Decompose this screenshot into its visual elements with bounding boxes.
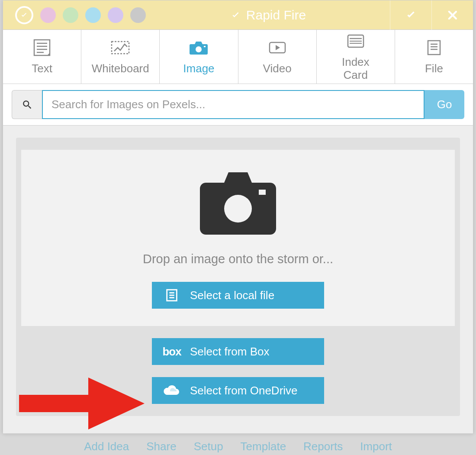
dropzone[interactable]: Drop an image onto the storm or... Selec… — [16, 138, 460, 416]
whiteboard-icon — [110, 38, 131, 57]
svg-rect-18 — [259, 190, 266, 195]
tab-label: File — [425, 62, 443, 75]
tab-image[interactable]: Image — [160, 30, 238, 84]
color-palette — [3, 6, 146, 24]
search-go-button[interactable]: Go — [425, 90, 464, 119]
color-blue[interactable] — [85, 7, 101, 23]
camera-placeholder-icon — [195, 167, 281, 241]
tab-video[interactable]: Video — [238, 30, 317, 84]
select-box-button[interactable]: box Select from Box — [152, 338, 324, 365]
color-green[interactable] — [63, 7, 78, 23]
box-logo-icon: box — [162, 345, 181, 358]
svg-rect-13 — [428, 41, 440, 55]
mode-label: Rapid Fire — [246, 8, 306, 23]
indexcard-icon — [345, 32, 366, 51]
select-local-button[interactable]: Select a local file — [152, 282, 324, 309]
confirm-button[interactable] — [390, 0, 431, 30]
tab-label: Image — [183, 62, 214, 75]
mode-toggle[interactable]: Rapid Fire — [146, 8, 390, 23]
tab-bar: Text Whiteboard Image Video — [3, 30, 473, 84]
svg-point-6 — [196, 46, 202, 52]
camera-icon — [188, 38, 209, 57]
tab-label: Video — [263, 62, 292, 75]
cloud-icon — [162, 384, 181, 397]
content-area: Drop an image onto the storm or... Selec… — [3, 126, 473, 433]
search-icon — [12, 90, 42, 119]
video-icon — [267, 38, 288, 57]
select-onedrive-button[interactable]: Select from OneDrive — [152, 377, 324, 404]
search-bar: Go — [3, 84, 473, 126]
file-icon — [162, 288, 181, 303]
svg-rect-7 — [204, 46, 206, 47]
tab-label: Text — [32, 62, 52, 75]
button-label: Select from OneDrive — [190, 384, 298, 397]
select-icon[interactable] — [15, 6, 33, 24]
tab-text[interactable]: Text — [3, 30, 81, 84]
tab-file[interactable]: File — [395, 30, 473, 84]
tab-whiteboard[interactable]: Whiteboard — [81, 30, 160, 84]
color-purple[interactable] — [108, 7, 123, 23]
file-icon — [424, 38, 444, 57]
button-label: Select from Box — [190, 345, 270, 358]
tab-label: Whiteboard — [92, 62, 149, 75]
color-gray[interactable] — [130, 7, 146, 23]
tab-label: Index Card — [342, 56, 370, 82]
close-button[interactable] — [431, 0, 473, 30]
drop-prompt: Drop an image onto the storm or... — [143, 252, 333, 266]
tab-indexcard[interactable]: Index Card — [317, 30, 395, 84]
svg-point-17 — [224, 195, 252, 223]
titlebar: Rapid Fire — [3, 0, 473, 30]
svg-rect-0 — [34, 40, 50, 55]
text-icon — [32, 38, 52, 57]
background-nav: Add Idea Share Setup Template Reports Im… — [0, 438, 476, 455]
button-label: Select a local file — [190, 289, 274, 302]
svg-rect-5 — [112, 42, 129, 54]
color-pink[interactable] — [40, 7, 56, 23]
search-input[interactable] — [42, 90, 425, 119]
